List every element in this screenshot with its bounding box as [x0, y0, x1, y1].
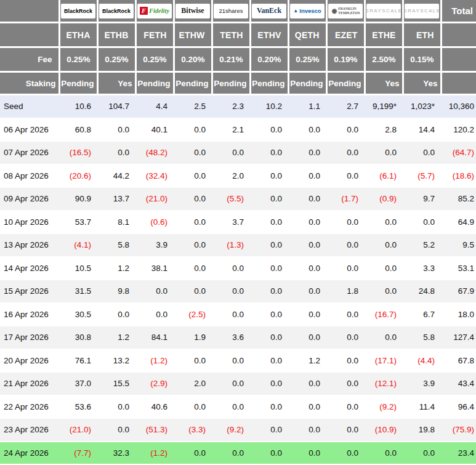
date-cell: 06 Apr 2026 — [0, 118, 59, 142]
brand-label: Invesco — [299, 7, 321, 14]
flow-cell: (6.1) — [365, 164, 403, 188]
staking-cell: Pending — [174, 72, 212, 95]
date-cell: 24 Apr 2026 — [0, 442, 59, 465]
staking-cell: Pending — [288, 72, 326, 95]
fee-cell: 0.15% — [403, 47, 441, 72]
flow-cell: (7.7) — [59, 442, 97, 465]
total-cell: 53.1 — [441, 257, 476, 280]
flow-cell: 0.0 — [326, 372, 365, 395]
flow-cell: 0.0 — [174, 257, 212, 280]
flow-cell: 3.6 — [212, 326, 250, 349]
flow-cell: (16.7) — [365, 303, 403, 326]
flow-cell: (12.1) — [365, 372, 403, 395]
flow-cell: 0.0 — [288, 257, 326, 280]
flow-cell: 44.2 — [97, 164, 135, 188]
total-cell: 96.4 — [441, 395, 476, 419]
etf-flow-table: BlackRockBlackRockFFidelityBitwise21shar… — [0, 0, 476, 465]
table-row: 14 Apr 202610.51.238.10.00.00.00.00.00.0… — [0, 257, 476, 280]
flow-cell: 2.7 — [326, 95, 365, 118]
staking-cell: Pending — [135, 72, 174, 95]
table-row: 23 Apr 2026(21.0)0.0(51.3)(3.3)(9.2)0.00… — [0, 418, 476, 442]
flow-cell: 0.0 — [326, 141, 365, 164]
date-cell: 16 Apr 2026 — [0, 303, 59, 326]
staking-cell: Yes — [97, 72, 135, 95]
total-cell: 64.9 — [441, 211, 476, 234]
flow-cell: (5.5) — [212, 187, 250, 211]
date-cell: 17 Apr 2026 — [0, 326, 59, 349]
ticker-header: ETHV — [250, 23, 288, 47]
flow-cell: 13.7 — [97, 187, 135, 211]
fee-cell: 0.25% — [97, 47, 135, 72]
flow-cell: 0.0 — [250, 164, 288, 188]
flow-cell: 8.1 — [97, 211, 135, 234]
franklin-logo: ◉FRANKLIN TEMPLETON — [328, 4, 363, 18]
flow-cell: 0.0 — [326, 326, 365, 349]
flow-cell: 0.0 — [250, 141, 288, 164]
flow-cell: 1.1 — [288, 95, 326, 118]
flow-cell: (20.6) — [59, 164, 97, 188]
brand-label: FRANKLIN TEMPLETON — [338, 7, 359, 15]
flow-cell: 0.0 — [288, 372, 326, 395]
flow-cell: 0.0 — [135, 303, 174, 326]
total-spacer-cell — [441, 23, 476, 47]
flow-cell: 4.4 — [135, 95, 174, 118]
flow-cell: 0.0 — [288, 118, 326, 142]
brand-label: VanEck — [257, 6, 281, 15]
flow-cell: (1.2) — [135, 442, 174, 465]
flow-cell: 0.0 — [250, 233, 288, 257]
flow-cell: 0.0 — [212, 395, 250, 419]
total-cell: 67.8 — [441, 349, 476, 373]
flow-cell: 90.9 — [59, 187, 97, 211]
flow-cell: 53.6 — [59, 395, 97, 419]
flow-cell: (0.9) — [365, 187, 403, 211]
flow-cell: 0.0 — [326, 303, 365, 326]
flow-cell: (9.2) — [212, 418, 250, 442]
date-cell: 20 Apr 2026 — [0, 349, 59, 373]
flow-cell: 2.1 — [212, 118, 250, 142]
total-cell: 120.2 — [441, 118, 476, 142]
flow-cell: 9.8 — [97, 280, 135, 303]
total-cell: 85.2 — [441, 187, 476, 211]
staking-cell: Yes — [365, 72, 403, 95]
total-cell: 43.4 — [441, 372, 476, 395]
flow-cell: 0.0 — [250, 257, 288, 280]
logo-row: BlackRockBlackRockFFidelityBitwise21shar… — [0, 0, 476, 23]
flow-cell: 0.0 — [212, 280, 250, 303]
flow-cell: 0.0 — [365, 257, 403, 280]
table-row: 06 Apr 202660.80.040.10.02.10.00.00.02.8… — [0, 118, 476, 142]
fee-row-label: Fee — [0, 47, 59, 72]
ticker-header: ETHE — [365, 23, 403, 47]
issuer-header: FFidelity — [135, 0, 174, 23]
date-cell: 10 Apr 2026 — [0, 211, 59, 234]
fee-cell: 0.25% — [288, 47, 326, 72]
flow-cell: 10.2 — [250, 95, 288, 118]
flow-cell: 0.0 — [250, 187, 288, 211]
flow-cell: (17.1) — [365, 349, 403, 373]
date-cell: 15 Apr 2026 — [0, 280, 59, 303]
ticker-row: ETHAETHBFETHETHWTETHETHVQETHEZETETHEETH — [0, 23, 476, 47]
flow-cell: 0.0 — [288, 187, 326, 211]
grayscale-logo: GRAYSCALE — [405, 4, 439, 18]
staking-cell: Pending — [250, 72, 288, 95]
date-cell: 23 Apr 2026 — [0, 418, 59, 442]
total-spacer-cell — [441, 47, 476, 72]
flow-cell: 104.7 — [97, 95, 135, 118]
staking-cell: Pending — [212, 72, 250, 95]
table-row: 07 Apr 2026(16.5)0.0(48.2)0.00.00.00.00.… — [0, 141, 476, 164]
table-row: 16 Apr 202630.50.00.0(2.5)0.00.00.00.0(1… — [0, 303, 476, 326]
ticker-header: ETHA — [59, 23, 97, 47]
flow-cell: 0.0 — [326, 418, 365, 442]
flow-cell: 38.1 — [135, 257, 174, 280]
flow-cell: 2.0 — [212, 164, 250, 188]
table-row: 17 Apr 202630.81.284.11.93.60.00.00.00.0… — [0, 326, 476, 349]
ticker-header: ETHW — [174, 23, 212, 47]
grayscale-logo: GRAYSCALE — [366, 4, 401, 18]
flow-cell: 0.0 — [174, 211, 212, 234]
flow-cell: 2.3 — [212, 95, 250, 118]
flow-cell: 0.0 — [365, 141, 403, 164]
flow-cell: 9.7 — [403, 187, 441, 211]
vaneck-logo: VanEck — [252, 4, 286, 18]
total-spacer-cell — [441, 72, 476, 95]
flow-cell: 37.0 — [59, 372, 97, 395]
flow-cell: 0.0 — [403, 442, 441, 465]
